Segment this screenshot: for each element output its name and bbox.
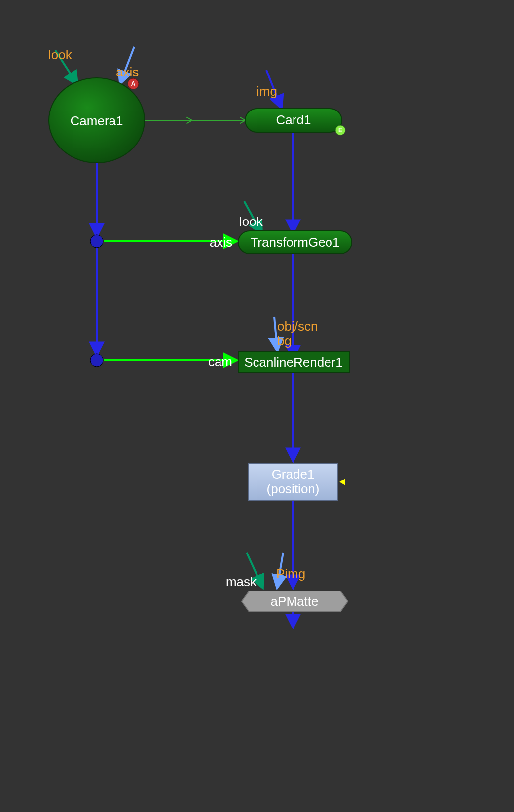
node-card[interactable]: Card1 E <box>245 109 345 135</box>
label-scanline-cam: cam <box>208 354 232 369</box>
badge-a: A <box>128 78 139 89</box>
label-tgeo-look: look <box>239 214 263 229</box>
node-grade-label1: Grade1 <box>272 467 315 481</box>
svg-text:E: E <box>338 127 342 134</box>
node-graph-canvas[interactable]: Camera1 A look axis Card1 E img Transfor… <box>0 0 514 812</box>
svg-text:A: A <box>131 80 136 87</box>
node-card-label: Card1 <box>276 112 311 127</box>
label-apmatte-pimg: Pimg <box>276 566 305 581</box>
node-scanline[interactable]: ScanlineRender1 <box>238 351 349 373</box>
node-camera-label: Camera1 <box>71 113 123 128</box>
node-transformgeo[interactable]: TransformGeo1 <box>238 231 352 254</box>
node-grade-label2: (position) <box>267 481 320 496</box>
label-scanline-bg: bg <box>277 333 292 348</box>
label-camera-axis: axis <box>116 65 139 79</box>
node-grade[interactable]: Grade1 (position) <box>249 464 345 500</box>
label-tgeo-axis: axis <box>210 235 232 250</box>
node-transformgeo-label: TransformGeo1 <box>250 235 339 250</box>
label-camera-look: look <box>48 47 73 62</box>
label-apmatte-mask: mask <box>226 574 257 589</box>
node-apmatte[interactable]: aPMatte <box>242 591 348 612</box>
node-apmatte-label: aPMatte <box>271 594 319 609</box>
label-card-img: img <box>257 84 277 99</box>
dot-node-1[interactable] <box>90 235 103 248</box>
node-camera[interactable]: Camera1 A <box>49 78 145 163</box>
label-scanline-objscn: obj/scn <box>277 319 318 333</box>
node-scanline-label: ScanlineRender1 <box>244 355 342 369</box>
mask-indicator-icon <box>339 479 345 485</box>
dot-node-2[interactable] <box>90 354 103 367</box>
badge-e: E <box>335 125 345 135</box>
